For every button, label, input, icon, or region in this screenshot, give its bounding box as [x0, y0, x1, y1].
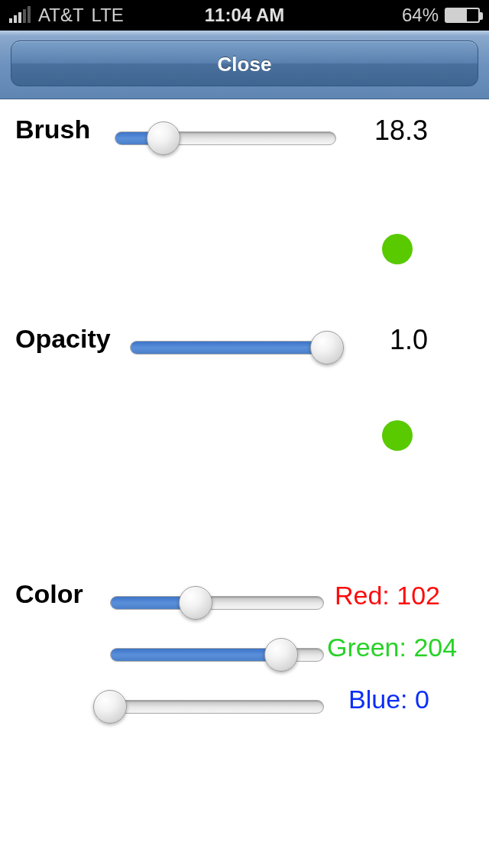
brush-preview-dot [382, 234, 413, 264]
slider-track [110, 596, 324, 610]
brush-row: Brush 18.3 [15, 110, 474, 159]
carrier: AT&T [38, 5, 84, 26]
color-label: Color [15, 579, 83, 609]
brush-preview-area [15, 159, 474, 289]
blue-slider[interactable] [110, 695, 324, 711]
opacity-preview-dot [382, 420, 413, 451]
slider-fill [131, 342, 326, 354]
slider-thumb[interactable] [147, 121, 180, 155]
content: Brush 18.3 Opacity 1.0 Color [0, 99, 489, 730]
color-red-row: Color Red: 102 [15, 575, 474, 627]
opacity-row: Opacity 1.0 [15, 319, 474, 368]
opacity-preview-area [15, 368, 474, 498]
red-value: Red: 102 [335, 581, 440, 611]
brush-value: 18.3 [374, 115, 428, 147]
slider-thumb[interactable] [179, 586, 212, 620]
color-section: Color Red: 102 Green: 204 [15, 575, 474, 730]
opacity-label: Opacity [15, 324, 111, 354]
network-type: LTE [92, 5, 124, 26]
green-value: Green: 204 [327, 633, 457, 662]
color-green-row: Green: 204 [15, 627, 474, 679]
nav-bar: Close [0, 31, 489, 99]
blue-value: Blue: 0 [348, 685, 429, 714]
signal-icon [9, 8, 31, 23]
slider-thumb[interactable] [264, 638, 298, 672]
opacity-value: 1.0 [390, 324, 428, 356]
slider-track [130, 341, 327, 355]
brush-slider[interactable] [115, 127, 336, 142]
red-slider[interactable] [110, 591, 324, 607]
battery-percent: 64% [402, 5, 439, 26]
brush-label: Brush [15, 115, 90, 144]
green-slider[interactable] [110, 643, 324, 659]
color-blue-row: Blue: 0 [15, 679, 474, 730]
slider-fill [111, 649, 280, 661]
slider-thumb[interactable] [310, 331, 344, 364]
status-left: AT&T LTE [9, 5, 205, 26]
opacity-slider[interactable] [130, 336, 327, 351]
close-button[interactable]: Close [11, 40, 478, 86]
status-bar: AT&T LTE 11:04 AM 64% [0, 0, 489, 31]
battery-icon [445, 8, 480, 23]
slider-track [110, 700, 324, 714]
status-time: 11:04 AM [205, 5, 284, 26]
slider-thumb[interactable] [93, 690, 127, 724]
status-right: 64% [284, 5, 480, 26]
